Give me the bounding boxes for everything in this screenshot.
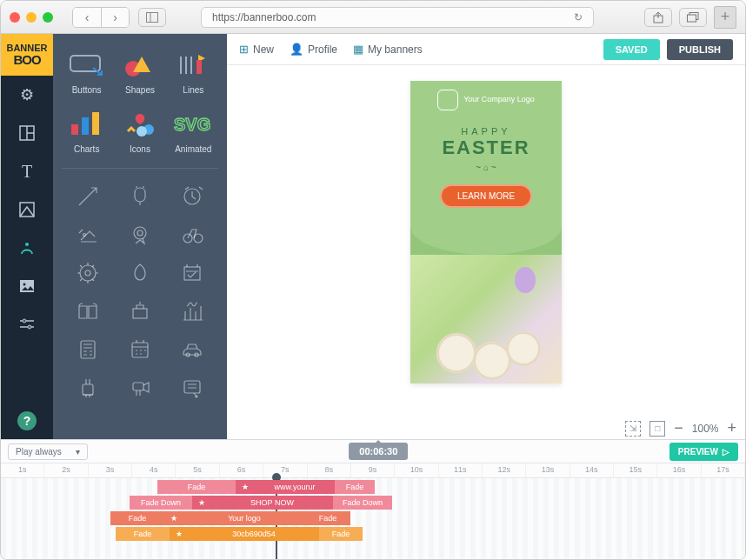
timeline-panel: Play always▾ 00:06:30 PREVIEW▷ 1s2s3s4s5… [1,439,745,559]
clip-segment: Fade Down [333,496,392,510]
tick: 12s [483,463,526,477]
library-icon-2[interactable] [166,177,218,216]
sidebar-toggle-button[interactable] [138,8,166,27]
mask-tool-icon[interactable] [1,190,53,229]
clip-star-icon: ★ [170,527,189,541]
library-icon-15[interactable] [62,369,114,407]
help-button[interactable]: ? [17,411,37,430]
my-banners-button[interactable]: ▦My banners [353,43,423,56]
text-tool-icon[interactable]: T [1,152,53,190]
saved-button[interactable]: SAVED [603,39,660,60]
library-icon-3[interactable] [62,216,114,254]
vertical-toolbar: BANNERBOO ⚙ T ? [1,34,53,439]
tick: 8s [308,463,351,477]
sliders-tool-icon[interactable] [1,305,53,343]
banner-happy-text: HAPPY [461,126,510,137]
tracks-area[interactable]: Fade★www.yoururFadeFade Down★SHOP NOWFad… [1,478,745,559]
share-button[interactable] [644,8,672,27]
banner-cta-button[interactable]: LEARN MORE [440,184,532,208]
library-icon-13[interactable] [114,330,166,369]
elements-panel: ButtonsShapesLinesChartsIconsSVGAnimated [53,34,227,439]
tick: 15s [614,463,657,477]
tick: 2s [44,463,88,477]
clip-segment: Fade [319,527,363,541]
timeline-clip[interactable]: Fade★Your logoFade [110,511,350,525]
library-icon-1[interactable] [114,177,166,216]
clip-star-icon: ★ [236,480,255,494]
library-icon-4[interactable] [114,216,166,254]
banner-easter-text: EASTER [442,137,530,159]
zoom-out-button[interactable]: − [674,419,683,437]
tick: 10s [395,463,438,477]
svg-point-11 [23,283,26,286]
library-icon-17[interactable] [166,369,218,407]
reload-icon[interactable]: ↻ [574,11,583,23]
svg-rect-0 [147,12,158,22]
tabs-button[interactable] [679,8,707,27]
timeline-clip[interactable]: Fade Down★SHOP NOWFade Down [130,496,392,510]
banner-preview[interactable]: Your Company Logo HAPPY EASTER ~ ⌂ ~ LEA… [410,81,562,383]
category-charts[interactable]: Charts [62,103,111,159]
preview-button[interactable]: PREVIEW▷ [669,443,738,461]
timeline-clip[interactable]: Fade★www.yoururFade [157,480,375,494]
charts-icon [67,109,107,140]
publish-button[interactable]: PUBLISH [667,39,733,60]
settings-tool-icon[interactable]: ⚙ [1,76,53,114]
library-icon-9[interactable] [62,292,114,330]
library-icon-6[interactable] [62,254,114,292]
zoom-in-button[interactable]: + [727,419,736,437]
back-button[interactable]: ‹ [73,8,101,27]
library-icon-14[interactable] [166,330,218,369]
category-buttons[interactable]: Buttons [62,44,111,100]
svg-rect-35 [81,341,95,358]
minimize-window-button[interactable] [26,12,37,23]
timeline-clip[interactable]: Fade★30cb690d54Fade [116,527,363,541]
play-mode-select[interactable]: Play always▾ [8,443,88,460]
library-icon-11[interactable] [166,292,218,330]
category-lines[interactable]: Lines [169,44,218,100]
category-animated[interactable]: SVGAnimated [169,103,218,159]
library-icon-7[interactable] [114,254,166,292]
app-logo: BANNERBOO [1,34,53,76]
shapes-tool-icon[interactable] [1,229,53,267]
tick: 5s [176,463,219,477]
new-button[interactable]: ⊞New [239,43,274,56]
svg-point-26 [83,234,86,237]
svg-point-32 [85,270,90,276]
library-icon-10[interactable] [114,292,166,330]
chevron-down-icon: ▾ [76,447,80,457]
maximize-window-button[interactable] [43,12,53,23]
svg-rect-40 [133,383,143,390]
svg-point-27 [134,227,146,239]
address-bar[interactable]: https://bannerboo.com ↻ [201,7,594,28]
svg-rect-4 [688,15,696,22]
close-window-button[interactable] [10,12,20,23]
image-tool-icon[interactable] [1,267,53,305]
category-shapes[interactable]: Shapes [115,44,164,100]
fit-screen-icon[interactable]: ⇲ [625,421,641,437]
library-icon-0[interactable] [62,177,114,216]
time-ruler[interactable]: 1s2s3s4s5s6s7s8s9s10s11s12s13s14s15s16s1… [1,463,745,478]
profile-button[interactable]: 👤Profile [290,43,337,56]
library-icon-12[interactable] [62,330,114,369]
new-tab-button[interactable]: + [714,6,736,29]
canvas-area[interactable]: Your Company Logo HAPPY EASTER ~ ⌂ ~ LEA… [227,65,745,439]
tick: 7s [263,463,307,477]
clip-segment: Fade [157,480,236,494]
library-icon-16[interactable] [114,369,166,407]
app-top-bar: ⊞New 👤Profile ▦My banners SAVED PUBLISH [227,34,745,65]
forward-button[interactable]: › [101,8,129,27]
category-icons[interactable]: Icons [115,103,164,159]
zoom-percent: 100% [692,423,719,435]
svg-point-23 [137,126,147,137]
fullscreen-icon[interactable]: □ [649,421,665,437]
library-icon-8[interactable] [166,254,218,292]
library-icon-5[interactable] [166,216,218,254]
layout-tool-icon[interactable] [1,114,53,152]
user-icon: 👤 [290,43,303,56]
svg-point-15 [28,325,31,329]
clip-segment: SHOP NOW [211,496,333,510]
clip-segment: 30cb690d54 [189,527,319,541]
svg-rect-39 [83,384,93,395]
clip-star-icon: ★ [192,496,211,510]
